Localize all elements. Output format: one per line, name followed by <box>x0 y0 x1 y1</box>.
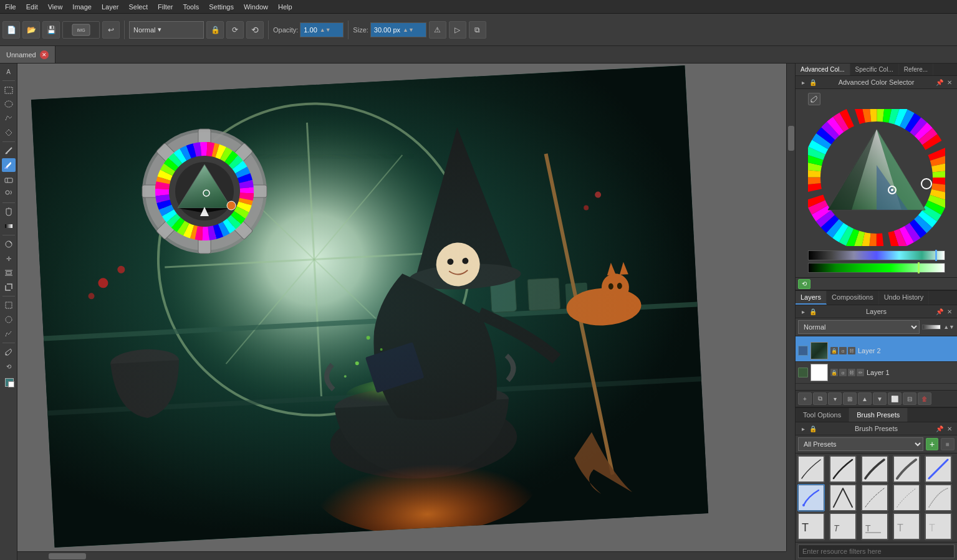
tool-rect-select3[interactable] <box>2 298 16 312</box>
layers-panel-arrow[interactable]: ▸ <box>798 306 808 316</box>
brush-filter-dropdown[interactable]: All Presets <box>798 437 923 451</box>
color-panel-arrow[interactable]: ▸ <box>798 77 808 87</box>
brush-panel-pin[interactable]: 📌 <box>935 424 945 434</box>
brush-item-9[interactable] <box>893 484 920 511</box>
layer-mask-button[interactable]: ⬜ <box>888 392 902 405</box>
tab-close-button[interactable]: ✕ <box>40 50 49 59</box>
reset-button[interactable]: ⟳ <box>226 21 244 39</box>
brush-size-lock[interactable]: ⚠ <box>429 21 446 39</box>
layers-opacity-slider[interactable] <box>922 325 941 330</box>
opacity-stepper[interactable]: ▲▼ <box>320 27 331 33</box>
menu-window[interactable]: Window <box>239 2 273 12</box>
tab-tool-options[interactable]: Tool Options <box>796 408 849 422</box>
size-input[interactable]: 30.00 px ▲▼ <box>370 22 426 37</box>
layer-alpha-icon[interactable]: α <box>839 347 847 354</box>
brush-item-10[interactable] <box>925 484 952 511</box>
menu-image[interactable]: Image <box>67 2 97 12</box>
color-wheel-popup[interactable] <box>139 126 270 257</box>
document-tab-unnamed[interactable]: Unnamed ✕ <box>0 46 55 63</box>
brush-panel-lock[interactable]: 🔒 <box>808 424 818 434</box>
add-brush-button[interactable]: + <box>926 438 938 450</box>
brush-item-14[interactable]: T <box>893 513 920 540</box>
menu-file[interactable]: File <box>0 2 21 12</box>
brush-item-2[interactable] <box>829 455 857 483</box>
flatten-button[interactable]: ⊟ <box>903 392 916 405</box>
brush-copy[interactable]: ⧉ <box>469 21 486 39</box>
menu-settings[interactable]: Settings <box>204 2 239 12</box>
brush-item-11[interactable]: T <box>797 513 825 540</box>
color-panel-lock[interactable]: 🔒 <box>808 77 818 87</box>
color-panel-pin[interactable]: 📌 <box>935 77 945 87</box>
brush-panel-close[interactable]: ✕ <box>945 424 955 434</box>
layers-panel-pin[interactable]: 📌 <box>935 306 945 316</box>
tab-layers[interactable]: Layers <box>796 291 827 305</box>
delete-layer-button[interactable]: 🗑 <box>918 392 931 405</box>
sync-button[interactable]: ⟲ <box>246 21 264 39</box>
layer-1-lock-icon[interactable]: 🔒 <box>830 369 838 376</box>
tool-crop[interactable] <box>2 280 16 294</box>
layer-menu-button[interactable]: ▾ <box>828 392 842 405</box>
color-eyedropper-button[interactable] <box>808 93 820 105</box>
brush-item-8[interactable] <box>861 484 888 511</box>
brush-item-6[interactable] <box>797 484 825 511</box>
brush-item-15[interactable]: T <box>925 513 952 540</box>
brush-item-5[interactable] <box>925 455 952 483</box>
menu-view[interactable]: View <box>43 2 68 12</box>
tool-free-select3[interactable] <box>2 327 16 341</box>
tool-brush[interactable] <box>2 158 16 172</box>
tool-pencil[interactable] <box>2 144 16 158</box>
tool-ellipse-select[interactable] <box>2 97 16 111</box>
menu-help[interactable]: Help <box>273 2 297 12</box>
blend-mode-dropdown[interactable]: Normal ▾ <box>129 21 204 39</box>
brush-item-4[interactable] <box>893 455 920 483</box>
add-layer-button[interactable]: + <box>798 392 812 405</box>
tool-text[interactable]: A <box>2 65 16 78</box>
layer-lock-icon[interactable]: 🔒 <box>830 347 838 354</box>
tab-brush-presets[interactable]: Brush Presets <box>849 408 908 422</box>
tab-undo-history[interactable]: Undo History <box>879 291 930 305</box>
tool-dodge[interactable] <box>2 237 16 251</box>
layer-item-2[interactable]: 🔒 α ⛓ Layer 2 <box>796 340 957 362</box>
brush-menu-button[interactable]: ≡ <box>941 438 955 450</box>
tool-clone[interactable] <box>2 187 16 201</box>
brush-search-input[interactable] <box>798 544 955 558</box>
brush-link[interactable]: ▷ <box>449 21 466 39</box>
layer-1-extra-icon[interactable]: ✏ <box>857 369 864 376</box>
menu-edit[interactable]: Edit <box>21 2 43 12</box>
brush-item-3[interactable] <box>861 455 888 483</box>
layers-blend-dropdown[interactable]: Normal Multiply Screen Overlay <box>798 320 920 334</box>
horizontal-scrollbar[interactable] <box>17 551 786 560</box>
layers-panel-close[interactable]: ✕ <box>945 306 955 316</box>
brush-item-13[interactable]: T <box>861 513 888 540</box>
tab-specific-color[interactable]: Specific Col... <box>850 64 899 75</box>
lock-button[interactable]: 🔒 <box>206 21 224 39</box>
tab-advanced-color[interactable]: Advanced Col... <box>796 64 850 75</box>
color-wheel-widget[interactable] <box>808 109 945 246</box>
tool-eyedropper[interactable] <box>2 345 16 359</box>
tool-move[interactable]: ✛ <box>2 252 16 265</box>
move-layer-down-button[interactable]: ▼ <box>873 392 887 405</box>
tool-eraser[interactable] <box>2 173 16 186</box>
open-file-button[interactable]: 📂 <box>22 21 40 39</box>
move-layer-up-button[interactable]: ▲ <box>858 392 872 405</box>
layers-panel-lock[interactable]: 🔒 <box>808 306 818 316</box>
size-stepper[interactable]: ▲▼ <box>403 27 414 33</box>
opacity-input[interactable]: 1.00 ▲▼ <box>300 22 344 37</box>
tool-align[interactable] <box>2 266 16 280</box>
brush-item-7[interactable] <box>829 484 857 511</box>
background-color[interactable] <box>8 381 14 387</box>
vertical-scrollbar[interactable] <box>786 64 795 551</box>
menu-layer[interactable]: Layer <box>97 2 124 12</box>
brush-item-1[interactable] <box>797 455 825 483</box>
color-refresh-button[interactable]: ⟲ <box>798 279 810 289</box>
tab-reference[interactable]: Refere... <box>899 64 933 75</box>
layer-visibility-icon[interactable] <box>798 346 808 356</box>
color-panel-close[interactable]: ✕ <box>945 77 955 87</box>
tool-ellipse-select3[interactable] <box>2 313 16 326</box>
layer-chain-icon[interactable]: ⛓ <box>848 347 855 354</box>
tool-bucket[interactable] <box>2 205 16 219</box>
tool-transform[interactable]: ⟲ <box>2 359 16 373</box>
export-button[interactable]: IMG <box>62 21 100 39</box>
tool-free-select[interactable] <box>2 112 16 125</box>
tool-gradient[interactable] <box>2 219 16 233</box>
